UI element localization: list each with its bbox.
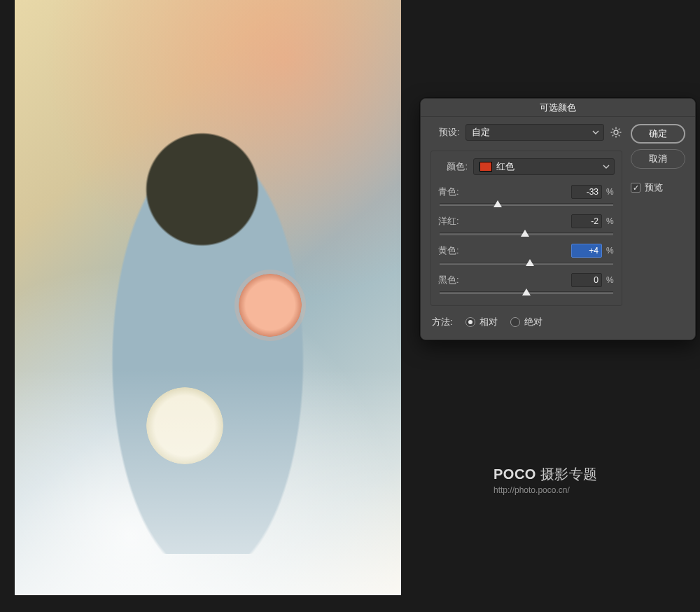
- magenta-slider-block: 洋红: %: [438, 214, 615, 235]
- color-swatch: [479, 162, 492, 172]
- chevron-down-icon: [603, 163, 610, 170]
- preset-select[interactable]: 自定: [465, 124, 604, 141]
- preview-label: 预览: [645, 181, 663, 194]
- edited-photo-preview: [15, 0, 401, 595]
- color-label: 颜色:: [438, 160, 468, 173]
- watermark-url: http://photo.poco.cn/: [493, 485, 598, 495]
- radio-icon: [510, 317, 520, 327]
- cyan-label: 青色:: [438, 186, 459, 198]
- magenta-slider-thumb[interactable]: [521, 230, 529, 237]
- color-value: 红色: [496, 160, 514, 173]
- cyan-slider-track[interactable]: [440, 203, 613, 206]
- yellow-slider-block: 黄色: %: [438, 244, 615, 265]
- ok-button-label: 确定: [649, 127, 667, 140]
- method-absolute-option[interactable]: 绝对: [510, 316, 542, 328]
- method-label: 方法:: [432, 316, 453, 328]
- yellow-label: 黄色:: [438, 244, 459, 257]
- chevron-down-icon: [592, 129, 599, 136]
- preset-label: 预设:: [430, 126, 460, 139]
- svg-point-0: [614, 130, 618, 134]
- method-relative-option[interactable]: 相对: [465, 316, 498, 328]
- cancel-button[interactable]: 取消: [631, 149, 685, 169]
- black-label: 黑色:: [438, 274, 459, 286]
- cancel-button-label: 取消: [649, 153, 667, 165]
- radio-icon: [465, 317, 475, 327]
- yellow-value-input[interactable]: [571, 244, 602, 258]
- gear-icon[interactable]: [610, 126, 622, 139]
- percent-label: %: [606, 275, 615, 285]
- svg-line-8: [619, 129, 620, 130]
- yellow-slider-track[interactable]: [440, 262, 613, 265]
- percent-label: %: [606, 246, 615, 256]
- watermark-brand: POCO 摄影专题: [493, 465, 598, 484]
- watermark-brand-suffix: 摄影专题: [536, 466, 598, 482]
- watermark: POCO 摄影专题 http://photo.poco.cn/: [493, 465, 598, 495]
- checkbox-icon: [631, 183, 640, 193]
- yellow-slider-thumb[interactable]: [526, 259, 534, 266]
- magenta-label: 洋红:: [438, 215, 459, 228]
- method-row: 方法: 相对 绝对: [430, 316, 622, 328]
- magenta-value-input[interactable]: [571, 214, 602, 228]
- svg-line-5: [612, 129, 614, 130]
- cyan-slider-thumb[interactable]: [493, 200, 502, 207]
- watermark-brand-prefix: POCO: [493, 466, 536, 482]
- black-slider-block: 黑色: %: [438, 273, 615, 294]
- cyan-value-input[interactable]: [571, 185, 602, 199]
- black-value-input[interactable]: [571, 273, 602, 287]
- black-slider-thumb[interactable]: [522, 288, 531, 295]
- photo-haze-overlay: [15, 0, 401, 595]
- preset-value: 自定: [472, 126, 490, 139]
- ok-button[interactable]: 确定: [631, 124, 685, 144]
- method-absolute-label: 绝对: [524, 316, 542, 328]
- preview-checkbox-row[interactable]: 预览: [631, 181, 685, 194]
- color-adjust-group: 颜色: 红色 青色: %: [430, 151, 622, 306]
- cyan-slider-block: 青色: %: [438, 185, 615, 206]
- selective-color-dialog: 可选颜色 预设: 自定 颜色:: [420, 98, 696, 340]
- black-slider-track[interactable]: [440, 291, 613, 294]
- dialog-title: 可选颜色: [421, 99, 695, 117]
- svg-line-7: [612, 135, 614, 137]
- svg-line-6: [619, 135, 620, 137]
- percent-label: %: [606, 187, 615, 197]
- percent-label: %: [606, 216, 615, 226]
- method-relative-label: 相对: [479, 316, 498, 328]
- magenta-slider-track[interactable]: [440, 232, 613, 235]
- color-select[interactable]: 红色: [473, 158, 615, 175]
